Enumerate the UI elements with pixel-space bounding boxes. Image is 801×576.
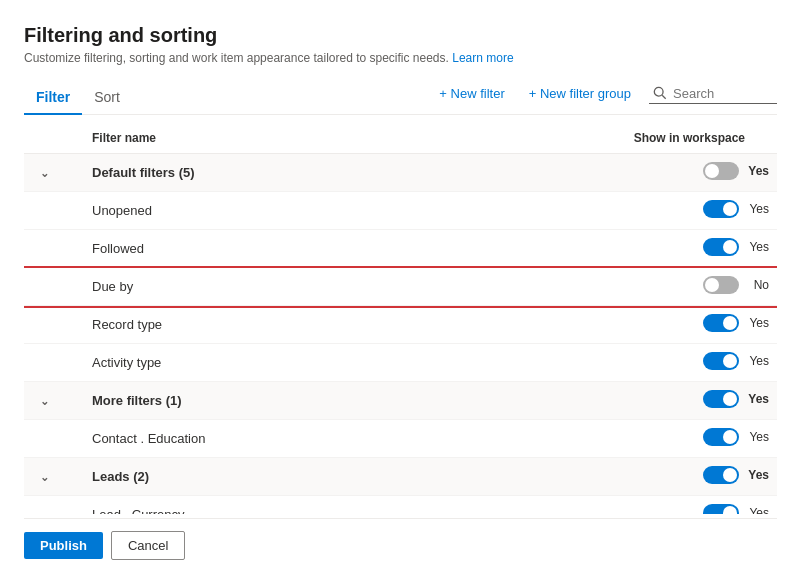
svg-point-0 xyxy=(654,87,663,96)
col-show-workspace: Show in workspace xyxy=(403,123,777,154)
table-row: Activity typeYes xyxy=(24,344,777,382)
filter-name-cell: More filters (1) xyxy=(84,382,403,420)
filter-name-cell: Activity type xyxy=(84,344,403,382)
filter-name-cell: Record type xyxy=(84,306,403,344)
svg-line-1 xyxy=(662,95,666,99)
table-row: UnopenedYes xyxy=(24,192,777,230)
search-box[interactable] xyxy=(649,84,777,104)
toggle-label: Yes xyxy=(745,468,769,482)
toggle-label: Yes xyxy=(745,202,769,216)
chevron-icon[interactable]: ⌄ xyxy=(40,167,49,179)
table-row: ⌄Default filters (5)Yes xyxy=(24,154,777,192)
toggle-unopened[interactable]: Yes xyxy=(703,200,769,218)
toggle-label: Yes xyxy=(745,392,769,406)
toggle-record-type[interactable]: Yes xyxy=(703,314,769,332)
table-row: Due byNo xyxy=(24,268,777,306)
filter-name-cell: Default filters (5) xyxy=(84,154,403,192)
toggle-cell[interactable]: Yes xyxy=(403,382,777,420)
table-row: Lead . CurrencyYes xyxy=(24,496,777,515)
toggle-cell[interactable]: Yes xyxy=(403,306,777,344)
publish-button[interactable]: Publish xyxy=(24,532,103,559)
toggle-cell[interactable]: Yes xyxy=(403,230,777,268)
search-input[interactable] xyxy=(673,86,773,101)
toggle-lead-currency[interactable]: Yes xyxy=(703,504,769,514)
table-row: FollowedYes xyxy=(24,230,777,268)
new-filter-button[interactable]: + New filter xyxy=(433,82,510,105)
toggle-label: Yes xyxy=(745,164,769,178)
cancel-button[interactable]: Cancel xyxy=(111,531,185,560)
filter-name-cell: Contact . Education xyxy=(84,420,403,458)
toggle-label: No xyxy=(745,278,769,292)
toggle-contact-education[interactable]: Yes xyxy=(703,428,769,446)
filter-name-cell: Due by xyxy=(84,268,403,306)
table-row: ⌄Leads (2)Yes xyxy=(24,458,777,496)
toggle-label: Yes xyxy=(745,354,769,368)
toggle-label: Yes xyxy=(745,430,769,444)
toggle-leads[interactable]: Yes xyxy=(703,466,769,484)
col-filter-name: Filter name xyxy=(84,123,403,154)
toggle-cell[interactable]: Yes xyxy=(403,496,777,515)
new-filter-group-button[interactable]: + New filter group xyxy=(523,82,637,105)
toggle-cell[interactable]: Yes xyxy=(403,154,777,192)
filter-name-cell: Lead . Currency xyxy=(84,496,403,515)
chevron-icon[interactable]: ⌄ xyxy=(40,395,49,407)
filter-name-cell: Leads (2) xyxy=(84,458,403,496)
search-icon xyxy=(653,86,667,100)
page-title: Filtering and sorting xyxy=(24,24,777,47)
chevron-icon[interactable]: ⌄ xyxy=(40,471,49,483)
footer: Publish Cancel xyxy=(24,518,777,576)
toggle-label: Yes xyxy=(745,240,769,254)
toggle-followed[interactable]: Yes xyxy=(703,238,769,256)
learn-more-link[interactable]: Learn more xyxy=(452,51,513,65)
table-header-row: Filter name Show in workspace xyxy=(24,123,777,154)
table-row: Contact . EducationYes xyxy=(24,420,777,458)
toggle-more-filters[interactable]: Yes xyxy=(703,390,769,408)
filter-name-cell: Unopened xyxy=(84,192,403,230)
toggle-label: Yes xyxy=(745,316,769,330)
tab-sort[interactable]: Sort xyxy=(82,81,132,115)
toggle-cell[interactable]: No xyxy=(403,268,777,306)
toggle-default-filters[interactable]: Yes xyxy=(703,162,769,180)
toggle-cell[interactable]: Yes xyxy=(403,192,777,230)
toggle-cell[interactable]: Yes xyxy=(403,420,777,458)
toggle-activity-type[interactable]: Yes xyxy=(703,352,769,370)
tab-filter[interactable]: Filter xyxy=(24,81,82,115)
page-subtitle: Customize filtering, sorting and work it… xyxy=(24,51,777,65)
filter-name-cell: Followed xyxy=(84,230,403,268)
table-row: ⌄More filters (1)Yes xyxy=(24,382,777,420)
toggle-due-by[interactable]: No xyxy=(703,276,769,294)
toggle-cell[interactable]: Yes xyxy=(403,344,777,382)
filter-table: Filter name Show in workspace ⌄Default f… xyxy=(24,123,777,514)
toggle-label: Yes xyxy=(745,506,769,514)
table-row: Record typeYes xyxy=(24,306,777,344)
toggle-cell[interactable]: Yes xyxy=(403,458,777,496)
